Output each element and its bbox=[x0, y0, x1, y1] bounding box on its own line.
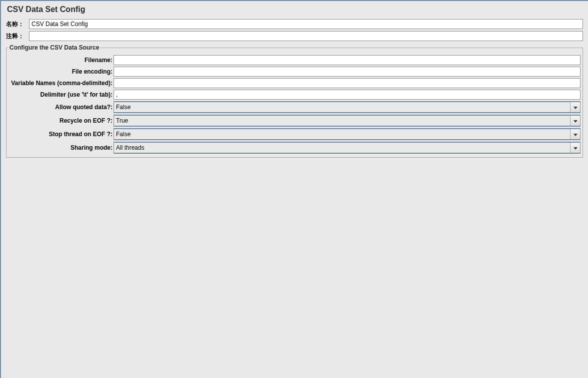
comment-label: 注释： bbox=[6, 32, 29, 41]
name-label: 名称： bbox=[6, 20, 29, 29]
recycle-combo[interactable]: True bbox=[114, 115, 580, 127]
group-legend: Configure the CSV Data Source bbox=[8, 44, 100, 51]
stop-label: Stop thread on EOF ?: bbox=[8, 131, 114, 138]
chevron-down-icon bbox=[574, 117, 578, 124]
comment-input[interactable] bbox=[29, 31, 583, 41]
quoted-combo[interactable]: False bbox=[114, 101, 580, 113]
chevron-down-icon bbox=[574, 144, 578, 151]
quoted-dropdown-button[interactable] bbox=[570, 102, 580, 112]
recycle-value: True bbox=[114, 116, 570, 126]
sharing-combo[interactable]: All threads bbox=[114, 142, 580, 154]
varnames-label: Variable Names (comma-delimited): bbox=[8, 80, 114, 87]
panel-title: CSV Data Set Config bbox=[7, 5, 583, 14]
svg-marker-0 bbox=[574, 107, 578, 109]
quoted-label: Allow quoted data?: bbox=[8, 104, 114, 111]
svg-marker-1 bbox=[574, 120, 578, 123]
delimiter-input[interactable] bbox=[114, 90, 580, 100]
name-input[interactable] bbox=[29, 19, 583, 29]
stop-value: False bbox=[114, 129, 570, 139]
sharing-value: All threads bbox=[114, 143, 570, 153]
varnames-input[interactable] bbox=[114, 78, 580, 88]
sharing-dropdown-button[interactable] bbox=[570, 143, 580, 153]
stop-dropdown-button[interactable] bbox=[570, 129, 580, 139]
filename-label: Filename: bbox=[8, 57, 114, 64]
delimiter-label: Delimiter (use '\t' for tab): bbox=[8, 91, 114, 98]
recycle-dropdown-button[interactable] bbox=[570, 116, 580, 126]
csv-config-group: Configure the CSV Data Source Filename: … bbox=[6, 44, 583, 158]
svg-marker-2 bbox=[574, 134, 578, 136]
encoding-label: File encoding: bbox=[8, 68, 114, 75]
chevron-down-icon bbox=[574, 104, 578, 111]
filename-input[interactable] bbox=[114, 55, 580, 65]
svg-marker-3 bbox=[574, 147, 578, 150]
quoted-value: False bbox=[114, 102, 570, 112]
encoding-input[interactable] bbox=[114, 67, 580, 77]
chevron-down-icon bbox=[574, 131, 578, 138]
sharing-label: Sharing mode: bbox=[8, 144, 114, 151]
stop-combo[interactable]: False bbox=[114, 128, 580, 140]
recycle-label: Recycle on EOF ?: bbox=[8, 117, 114, 124]
